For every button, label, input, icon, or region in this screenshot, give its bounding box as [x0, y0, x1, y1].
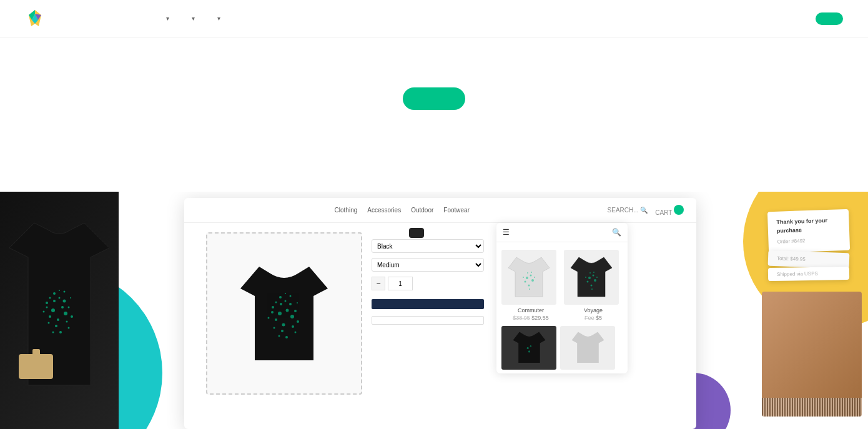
svg-point-55 [531, 279, 534, 282]
mobile-tshirt-3-svg [512, 329, 546, 367]
svg-point-12 [63, 300, 66, 303]
nav-resources[interactable]: ▾ [155, 10, 178, 27]
svg-point-25 [49, 297, 51, 299]
store-tooltip [409, 228, 424, 238]
svg-point-44 [279, 335, 280, 337]
svg-point-51 [272, 306, 274, 308]
start-for-free-nav-button[interactable] [816, 12, 843, 25]
svg-point-32 [282, 323, 285, 327]
tshirt-left-decoration [0, 192, 119, 429]
hero-section [0, 37, 868, 129]
mobile-tshirt-white-svg [507, 254, 551, 301]
svg-point-16 [48, 322, 50, 324]
tshirt-tag-decoration [19, 354, 53, 379]
svg-point-27 [46, 302, 48, 304]
store-nav-outdoor: Outdoor [411, 207, 433, 214]
svg-point-59 [527, 272, 528, 274]
svg-point-36 [289, 303, 292, 305]
svg-point-21 [68, 327, 70, 329]
svg-point-61 [529, 288, 530, 290]
store-search-label: SEARCH... 🔍 [608, 207, 648, 214]
mobile-header: ☰ 🔍 [496, 223, 628, 242]
mobile-product-img-2 [564, 250, 619, 305]
store-nav-footwear: Footwear [443, 207, 470, 214]
add-to-wishlist-button[interactable] [372, 316, 484, 325]
qty-row: − [372, 277, 484, 290]
svg-point-10 [68, 307, 70, 308]
mobile-store-panel: ☰ 🔍 [496, 223, 628, 373]
svg-point-47 [279, 296, 282, 298]
tshirt-left-svg [9, 210, 109, 410]
mobile-product-3 [501, 326, 556, 370]
receipt-card-2: Total: $49.95 [768, 250, 850, 269]
receipt-card-1: Thank you for your purchase Order #8492 [767, 209, 850, 253]
svg-point-30 [275, 318, 277, 321]
svg-point-54 [525, 280, 526, 282]
services-chevron-icon: ▾ [192, 15, 195, 22]
svg-point-43 [285, 336, 288, 338]
color-select[interactable]: Black [372, 239, 484, 253]
bottom-section: Clothing Accessories Outdoor Footwear SE… [0, 192, 868, 429]
svg-point-74 [528, 350, 530, 352]
mobile-tshirt-4-svg [571, 329, 605, 367]
svg-point-35 [280, 303, 282, 305]
partner-chevron-icon: ▾ [217, 15, 220, 22]
svg-point-24 [59, 290, 60, 291]
svg-point-11 [53, 300, 56, 302]
nav-features[interactable] [75, 14, 92, 24]
barcode-decoration [762, 398, 862, 417]
product-detail-panel: Black Medium − [365, 229, 490, 331]
nav-themes[interactable] [115, 14, 132, 24]
mobile-search-icon[interactable]: 🔍 [612, 228, 621, 237]
store-mockup: Clothing Accessories Outdoor Footwear SE… [184, 198, 696, 429]
svg-point-65 [594, 279, 596, 282]
svg-point-41 [297, 320, 299, 323]
receipt-cards-stack: Thank you for your purchase Order #8492 … [768, 210, 849, 274]
size-select[interactable]: Medium [372, 258, 484, 272]
svg-point-64 [587, 280, 589, 282]
nav-partner[interactable]: ▾ [206, 10, 229, 27]
mobile-product-price-1: $38.95 $29.55 [501, 315, 560, 321]
nav-customers[interactable] [135, 14, 152, 24]
svg-point-31 [290, 315, 294, 318]
svg-point-19 [59, 331, 62, 333]
mobile-product-2: Voyage Fee $5 [564, 250, 623, 321]
mobile-category [496, 242, 628, 250]
nav-pricing[interactable] [95, 14, 112, 24]
start-for-free-hero-button[interactable] [403, 87, 465, 110]
svg-point-39 [292, 325, 294, 328]
svg-point-48 [285, 293, 286, 294]
svg-point-37 [285, 300, 287, 302]
logo[interactable] [25, 9, 50, 29]
svg-point-50 [297, 302, 298, 303]
mobile-products-grid: Commuter $38.95 $29.55 [496, 250, 628, 326]
store-cart-label: CART [655, 205, 684, 216]
qty-decrease-button[interactable]: − [372, 277, 385, 290]
svg-point-23 [53, 292, 56, 295]
product-tshirt-svg [237, 257, 331, 370]
svg-point-28 [278, 312, 282, 315]
svg-point-33 [271, 311, 274, 313]
svg-point-15 [66, 321, 68, 323]
svg-point-26 [70, 297, 71, 298]
nav-links: ▾ ▾ ▾ [75, 10, 806, 27]
svg-point-52 [526, 277, 528, 279]
add-to-cart-button[interactable] [372, 299, 484, 309]
svg-point-69 [589, 272, 591, 274]
svg-point-22 [64, 291, 66, 293]
hamburger-icon[interactable]: ☰ [503, 228, 510, 237]
cart-badge [674, 205, 684, 215]
brown-package-box [762, 292, 862, 417]
resources-chevron-icon: ▾ [166, 15, 169, 22]
nav-services[interactable]: ▾ [180, 10, 204, 27]
navbar: ▾ ▾ ▾ [0, 0, 868, 37]
mobile-product-name-1: Commuter [501, 307, 560, 313]
svg-point-9 [46, 307, 48, 308]
qty-input[interactable] [388, 277, 413, 290]
svg-point-71 [591, 288, 593, 290]
svg-point-34 [294, 310, 297, 312]
svg-point-45 [295, 332, 297, 333]
mobile-tshirt-dark-svg [570, 254, 613, 301]
svg-point-67 [585, 277, 586, 278]
svg-point-40 [274, 327, 275, 329]
